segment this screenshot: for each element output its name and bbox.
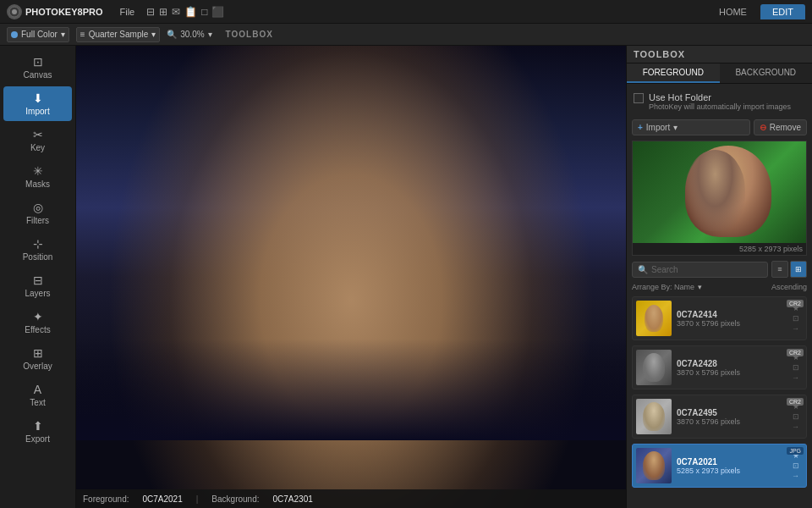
mountain-overlay — [76, 339, 626, 440]
toolbox-title: TOOLBOX — [634, 49, 685, 59]
sidebar-item-key[interactable]: ✂ Key — [3, 123, 72, 157]
toolbox-label: TOOLBOX — [226, 30, 273, 39]
icon-window[interactable]: □ — [201, 6, 207, 18]
sidebar-item-position[interactable]: ⊹ Position — [3, 232, 72, 267]
sidebar-label-export: Export — [25, 434, 50, 444]
hot-folder-label: Use Hot Folder — [649, 92, 791, 102]
main-content: ⊡ Canvas ⬇ Import ✂ Key ✳ Masks ◎ Filter… — [0, 46, 812, 508]
svg-point-1 — [12, 9, 17, 14]
sidebar-label-layers: Layers — [25, 289, 50, 298]
overlay-icon: ⊞ — [33, 346, 43, 360]
sidebar-label-overlay: Overlay — [23, 362, 52, 371]
thumb-person-0C7A2428 — [643, 353, 665, 382]
preview-icon-0[interactable]: ⊡ — [793, 314, 799, 323]
preview-icon-3[interactable]: ⊡ — [793, 461, 799, 470]
menu-file[interactable]: File — [113, 7, 142, 17]
color-mode-select[interactable]: Full Color ▾ — [7, 27, 69, 42]
hot-folder-sublabel: PhotoKey will automatically import image… — [649, 102, 791, 111]
toolbox-header: TOOLBOX — [627, 46, 812, 64]
tab-edit[interactable]: EDIT — [760, 4, 805, 19]
background-label: Background: — [211, 494, 259, 504]
preview-icon-2[interactable]: ⊡ — [793, 412, 799, 421]
nav-tabs: HOME EDIT — [707, 4, 805, 19]
file-item-0C7A2021[interactable]: 0C7A2021 5285 x 2973 pixels JPG ★ ⊡ → — [632, 444, 807, 488]
effects-icon: ✦ — [33, 310, 43, 323]
canvas-area[interactable]: Foreground: 0C7A2021 | Background: 0C7A2… — [76, 46, 626, 508]
icon-open[interactable]: ⊞ — [159, 6, 167, 18]
preview-image — [633, 141, 806, 243]
sidebar-item-overlay[interactable]: ⊞ Overlay — [3, 341, 72, 376]
arrow-icon-3[interactable]: → — [792, 472, 799, 480]
import-icon: ⬇ — [33, 91, 43, 105]
list-view-button[interactable]: ≡ — [771, 261, 788, 278]
sidebar-item-effects[interactable]: ✦ Effects — [3, 305, 72, 340]
file-info-0C7A2021: 0C7A2021 5285 x 2973 pixels — [677, 457, 787, 475]
grid-view-button[interactable]: ⊞ — [790, 261, 807, 278]
file-item-0C7A2495[interactable]: 0C7A2495 3870 x 5796 pixels CR2 ★ ⊡ → — [632, 395, 807, 439]
icon-save[interactable]: ⊟ — [146, 6, 155, 18]
minus-icon: ⊖ — [760, 123, 766, 132]
import-label: Import — [646, 123, 670, 132]
import-button[interactable]: + Import ▾ — [632, 119, 750, 135]
arrow-icon-0[interactable]: → — [792, 324, 799, 333]
arrow-icon-2[interactable]: → — [792, 422, 799, 431]
plus-icon: + — [638, 123, 643, 132]
sample-select[interactable]: ≡ Quarter Sample ▾ — [76, 27, 160, 42]
icon-clipboard[interactable]: 📋 — [184, 6, 197, 18]
thumb-person-0C7A2414 — [645, 305, 663, 332]
sidebar-item-masks[interactable]: ✳ Masks — [3, 159, 72, 194]
hot-folder-text: Use Hot Folder PhotoKey will automatical… — [649, 92, 791, 111]
file-info-0C7A2414: 0C7A2414 3870 x 5796 pixels — [677, 310, 787, 328]
chevron-down-icon: ▾ — [61, 30, 65, 39]
sidebar-label-canvas: Canvas — [24, 70, 52, 80]
toolbox-panel: TOOLBOX FOREGROUND BACKGROUND Use Hot Fo… — [626, 46, 812, 508]
file-badge-0C7A2428: CR2 — [787, 349, 804, 356]
file-actions-0C7A2021: ★ ⊡ → — [792, 451, 803, 480]
file-info-0C7A2428: 0C7A2428 3870 x 5796 pixels — [677, 359, 787, 377]
hot-folder-checkbox[interactable] — [634, 93, 644, 103]
remove-button[interactable]: ⊖ Remove — [754, 119, 807, 135]
masks-icon: ✳ — [33, 164, 43, 178]
sidebar-item-layers[interactable]: ⊟ Layers — [3, 268, 72, 303]
file-name-0C7A2428: 0C7A2428 — [677, 359, 787, 368]
sidebar-label-effects: Effects — [25, 325, 50, 334]
position-icon: ⊹ — [33, 237, 43, 251]
file-name-0C7A2021: 0C7A2021 — [677, 457, 787, 467]
zoom-icon: 🔍 — [167, 30, 177, 39]
preview-container: 5285 x 2973 pixels — [632, 141, 807, 256]
key-icon: ✂ — [33, 128, 43, 141]
tab-background[interactable]: BACKGROUND — [720, 64, 813, 83]
foreground-label: Foreground: — [83, 494, 129, 504]
tab-foreground[interactable]: FOREGROUND — [627, 64, 720, 83]
search-row: 🔍 Search ≡ ⊞ — [632, 261, 807, 278]
app-title: PHOTOKEY8PRO — [25, 7, 103, 17]
sidebar-label-masks: Masks — [25, 179, 50, 189]
icon-email[interactable]: ✉ — [172, 6, 180, 18]
arrow-icon-1[interactable]: → — [792, 373, 799, 382]
sidebar-label-filters: Filters — [26, 216, 49, 225]
file-item-0C7A2414[interactable]: 0C7A2414 3870 x 5796 pixels CR2 ★ ⊡ → — [632, 296, 807, 340]
hot-folder-row: Use Hot Folder PhotoKey will automatical… — [632, 89, 807, 114]
icon-display[interactable]: ⬛ — [211, 6, 224, 18]
sidebar-item-text[interactable]: A Text — [3, 378, 72, 412]
file-badge-0C7A2414: CR2 — [787, 300, 804, 307]
file-dims-0C7A2428: 3870 x 5796 pixels — [677, 368, 787, 377]
chevron-down-icon2: ▾ — [151, 30, 156, 39]
preview-icon-1[interactable]: ⊡ — [793, 363, 799, 372]
file-thumb-0C7A2495 — [636, 399, 672, 434]
arrange-left: Arrange By: Name ▾ — [632, 283, 702, 291]
export-icon: ⬆ — [33, 419, 43, 433]
text-icon: A — [34, 383, 41, 396]
file-dims-0C7A2414: 3870 x 5796 pixels — [677, 319, 787, 328]
search-box[interactable]: 🔍 Search — [632, 262, 768, 278]
file-name-0C7A2495: 0C7A2495 — [677, 408, 787, 417]
sidebar-item-canvas[interactable]: ⊡ Canvas — [3, 50, 72, 85]
file-badge-0C7A2021: JPG — [787, 447, 804, 455]
file-item-0C7A2428[interactable]: 0C7A2428 3870 x 5796 pixels CR2 ★ ⊡ → — [632, 345, 807, 389]
sidebar-item-filters[interactable]: ◎ Filters — [3, 196, 72, 230]
file-actions-0C7A2495: ★ ⊡ → — [792, 402, 803, 431]
canvas-icon: ⊡ — [33, 55, 43, 69]
sidebar-item-export[interactable]: ⬆ Export — [3, 414, 72, 449]
sidebar-item-import[interactable]: ⬇ Import — [3, 86, 72, 121]
tab-home[interactable]: HOME — [707, 4, 759, 19]
